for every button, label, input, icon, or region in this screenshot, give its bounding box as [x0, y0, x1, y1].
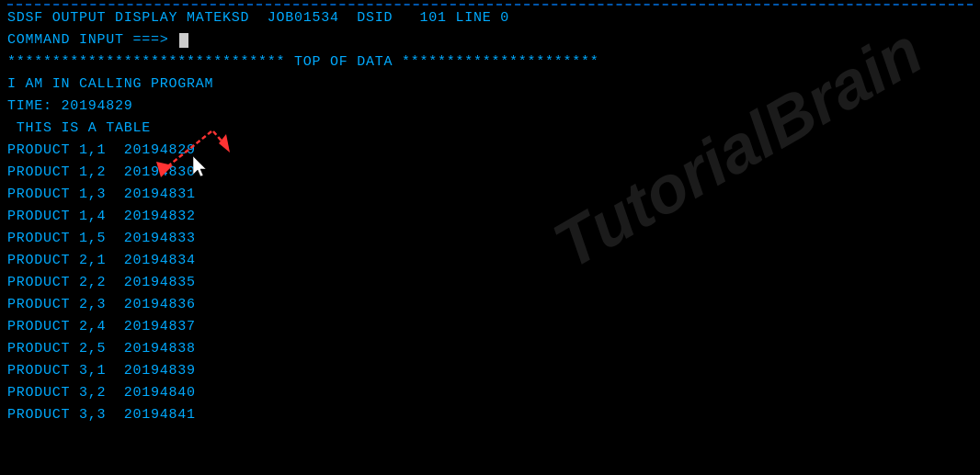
data-line: PRODUCT 2,1 20194834: [7, 250, 973, 272]
data-line: PRODUCT 1,2 20194830: [7, 162, 973, 184]
data-line: PRODUCT 2,3 20194836: [7, 294, 973, 316]
data-line: PRODUCT 3,1 20194839: [7, 360, 973, 382]
data-line: PRODUCT 2,5 20194838: [7, 338, 973, 360]
data-line: PRODUCT 1,4 20194832: [7, 206, 973, 228]
header-line: SDSF OUTPUT DISPLAY MATEKSD JOB01534 DSI…: [7, 7, 973, 29]
data-line: PRODUCT 2,4 20194837: [7, 316, 973, 338]
data-lines-container: I AM IN CALLING PROGRAMTIME: 20194829 TH…: [7, 74, 973, 426]
terminal-window: SDSF OUTPUT DISPLAY MATEKSD JOB01534 DSI…: [0, 0, 980, 475]
data-line: PRODUCT 1,1 20194829: [7, 140, 973, 162]
data-line: PRODUCT 3,2 20194840: [7, 382, 973, 404]
data-line: PRODUCT 3,3 20194841: [7, 404, 973, 426]
top-border: [7, 4, 973, 6]
data-line: PRODUCT 1,3 20194831: [7, 184, 973, 206]
command-cursor[interactable]: [179, 33, 188, 48]
data-line: PRODUCT 1,5 20194833: [7, 228, 973, 250]
data-line: PRODUCT 2,2 20194835: [7, 272, 973, 294]
top-of-data-divider: ******************************* TOP OF D…: [7, 51, 973, 74]
data-line: TIME: 20194829: [7, 96, 973, 118]
command-prompt-label: COMMAND INPUT ===>: [7, 29, 177, 51]
data-line: THIS IS A TABLE: [7, 118, 973, 140]
command-line[interactable]: COMMAND INPUT ===>: [7, 29, 973, 51]
data-line: I AM IN CALLING PROGRAM: [7, 74, 973, 96]
